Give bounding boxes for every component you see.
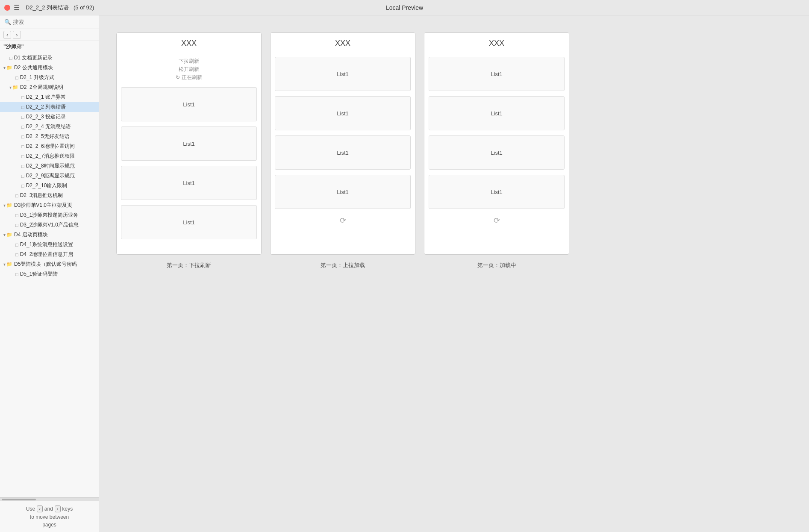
sidebar-item-d2_2_1[interactable]: □D2_2_1 账户异常	[0, 92, 99, 102]
phone-header-panel2: XXX	[271, 33, 415, 54]
sidebar-scroll-thumb[interactable]	[2, 499, 36, 500]
sidebar-search-container: 🔍	[0, 15, 99, 29]
preview-panel-panel3: XXXList1List1List1List1⟳第一页：加载中	[424, 32, 569, 269]
sidebar-nav-buttons: ‹ ›	[0, 29, 99, 41]
phone-header-panel1: XXX	[117, 33, 261, 54]
pull-state-1: 松开刷新	[179, 66, 199, 73]
sidebar-item-d3[interactable]: ▾📁D3沙师弟V1.0主框架及页	[0, 200, 99, 210]
sidebar-item-d1[interactable]: □D1 文档更新记录	[0, 53, 99, 63]
sidebar-item-d2_2_5[interactable]: □D2_2_5无好友结语	[0, 132, 99, 141]
tree-item-label: D4_2地理位置信息开启	[20, 251, 74, 258]
nav-back-button[interactable]: ‹	[3, 31, 11, 39]
sidebar-item-d3_2[interactable]: □D3_2沙师弟V1.0产品信息	[0, 220, 99, 230]
hint-text-line2: to move between	[30, 514, 69, 520]
sidebar-item-d4_2[interactable]: □D4_2地理位置信息开启	[0, 250, 99, 259]
sidebar: 🔍 ‹ › "沙师弟" □D1 文档更新记录▾📁D2 公共通用模块□D2_1 升…	[0, 15, 99, 532]
search-input[interactable]	[13, 19, 94, 25]
doc-icon: □	[21, 134, 24, 139]
tree-item-label: D2_2_5无好友结语	[26, 133, 70, 140]
list-item-1: List1	[121, 126, 257, 161]
sidebar-bottom-hint: Use ‹ and › keys to move between pages	[0, 501, 99, 532]
sidebar-item-d4_1[interactable]: □D4_1系统消息推送设置	[0, 240, 99, 250]
sidebar-root-label: "沙师弟"	[0, 41, 99, 51]
top-bar: ☰ D2_2_2 列表结语 (5 of 92) Local Preview	[0, 0, 809, 15]
loading-spinner: ⟳	[271, 212, 415, 229]
tree-item-label: D2_2_7消息推送权限	[26, 153, 75, 160]
tree-item-label: D4 启动页模块	[14, 231, 48, 238]
nav-forward-button[interactable]: ›	[13, 31, 21, 39]
tree-item-label: D2_2_4 无消息结语	[26, 123, 71, 130]
sidebar-item-d3_1[interactable]: □D3_1沙师弟投递简历业务	[0, 210, 99, 220]
sidebar-item-d4[interactable]: ▾📁D4 启动页模块	[0, 230, 99, 240]
doc-icon: □	[21, 105, 24, 110]
prev-key: ‹	[37, 506, 43, 512]
list-item-3: List1	[275, 175, 411, 209]
sidebar-scrollbar[interactable]	[0, 497, 99, 501]
list-item-0: List1	[121, 87, 257, 121]
list-item-0: List1	[429, 57, 565, 91]
tree-item-label: D5登陆模块（默认账号密码	[14, 261, 77, 268]
sidebar-item-d2_2_7[interactable]: □D2_2_7消息推送权限	[0, 151, 99, 161]
panel-label-panel3: 第一页：加载中	[477, 262, 516, 269]
doc-icon: □	[15, 272, 18, 277]
content-area: XXX下拉刷新松开刷新↻ 正在刷新List1List1List1List1第一页…	[99, 15, 809, 532]
doc-icon: □	[15, 213, 18, 218]
sidebar-item-d2_2[interactable]: ▾📁D2_2全局规则说明	[0, 82, 99, 92]
tree-item-label: D2_2_8时间显示规范	[26, 162, 75, 170]
tree-item-label: D1 文档更新记录	[14, 54, 53, 62]
sidebar-item-d2[interactable]: ▾📁D2 公共通用模块	[0, 63, 99, 73]
tree-item-label: D4_1系统消息推送设置	[20, 241, 74, 248]
sidebar-item-d2_2_10[interactable]: □D2_2_10输入限制	[0, 181, 99, 191]
panels-row: XXX下拉刷新松开刷新↻ 正在刷新List1List1List1List1第一页…	[116, 32, 569, 269]
pull-state-0: 下拉刷新	[179, 58, 199, 65]
sidebar-item-d5[interactable]: ▾📁D5登陆模块（默认账号密码	[0, 259, 99, 269]
tree-item-label: D2_2_2 列表结语	[26, 103, 66, 111]
sidebar-item-d5_1[interactable]: □D5_1验证码登陆	[0, 269, 99, 279]
folder-icon: 📁	[6, 65, 12, 71]
search-icon: 🔍	[4, 19, 11, 25]
tree-item-label: D2_1 升级方式	[20, 74, 54, 81]
list-item-2: List1	[121, 166, 257, 200]
phone-header-panel3: XXX	[424, 33, 569, 54]
sidebar-item-d2_2_3[interactable]: □D2_2_3 投递记录	[0, 112, 99, 122]
tree-item-label: D2 公共通用模块	[14, 64, 53, 71]
sidebar-item-d2_3[interactable]: □D2_3消息推送机制	[0, 191, 99, 200]
list-item-0: List1	[275, 57, 411, 91]
phone-frame-panel2: XXXList1List1List1List1⟳	[270, 32, 415, 255]
list-item-2: List1	[429, 135, 565, 170]
doc-icon: □	[15, 252, 18, 257]
tree-item-label: D3_2沙师弟V1.0产品信息	[20, 221, 79, 229]
list-item-1: List1	[429, 96, 565, 130]
sidebar-item-d2_2_2[interactable]: □D2_2_2 列表结语	[0, 102, 99, 112]
folder-icon: 📁	[6, 203, 12, 208]
tree-item-label: D2_2_3 投递记录	[26, 113, 66, 121]
close-button[interactable]	[4, 5, 10, 11]
sidebar-item-d2_2_6[interactable]: □D2_2_6地理位置访问	[0, 141, 99, 151]
list-item-3: List1	[121, 205, 257, 239]
doc-icon: □	[21, 95, 24, 100]
sidebar-item-d2_2_8[interactable]: □D2_2_8时间显示规范	[0, 161, 99, 171]
and-label: and	[44, 506, 53, 512]
sidebar-item-d2_1[interactable]: □D2_1 升级方式	[0, 73, 99, 82]
list-item-2: List1	[275, 135, 411, 170]
top-bar-left: ☰ D2_2_2 列表结语 (5 of 92)	[4, 3, 94, 12]
folder-icon: 📁	[6, 232, 12, 238]
tree-item-label: D2_2_9距离显示规范	[26, 172, 75, 179]
menu-icon: ☰	[14, 3, 20, 12]
doc-icon: □	[15, 75, 18, 80]
tree-item-label: D2_2全局规则说明	[20, 84, 63, 91]
phone-frame-panel1: XXX下拉刷新松开刷新↻ 正在刷新List1List1List1List1	[116, 32, 262, 255]
tree-item-label: D5_1验证码登陆	[20, 270, 58, 278]
document-title: D2_2_2 列表结语 (5 of 92)	[26, 4, 94, 12]
folder-icon: 📁	[6, 262, 12, 267]
toggle-icon: ▾	[3, 262, 6, 267]
sidebar-item-d2_2_4[interactable]: □D2_2_4 无消息结语	[0, 122, 99, 132]
sidebar-item-d2_2_9[interactable]: □D2_2_9距离显示规范	[0, 171, 99, 181]
sidebar-tree: □D1 文档更新记录▾📁D2 公共通用模块□D2_1 升级方式▾📁D2_2全局规…	[0, 51, 99, 497]
main-layout: 🔍 ‹ › "沙师弟" □D1 文档更新记录▾📁D2 公共通用模块□D2_1 升…	[0, 15, 809, 532]
toggle-icon: ▾	[3, 203, 6, 208]
doc-icon: □	[21, 115, 24, 120]
loading-spinner: ⟳	[424, 212, 569, 229]
doc-icon: □	[15, 193, 18, 198]
doc-icon: □	[21, 124, 24, 129]
